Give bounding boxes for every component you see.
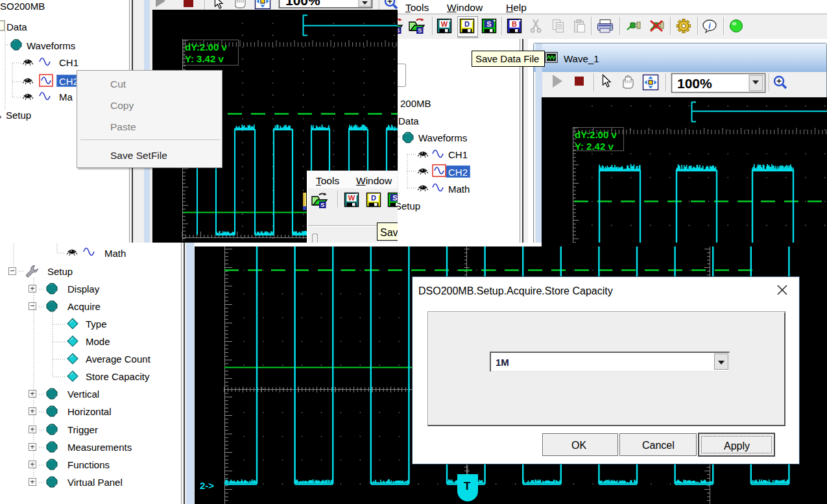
svg-text:T: T: [464, 480, 471, 492]
svg-text:2->: 2->: [200, 480, 214, 491]
svg-text:Y: 2.42 v: Y: 2.42 v: [575, 141, 614, 152]
svg-text:100%: 100%: [677, 76, 712, 91]
svg-text:S: S: [320, 201, 324, 208]
svg-text:W: W: [348, 194, 355, 202]
svg-text:100%: 100%: [285, 0, 320, 8]
svg-text:S: S: [392, 194, 397, 202]
svg-text:D: D: [371, 194, 376, 202]
svg-text:dY:2.00 v: dY:2.00 v: [575, 129, 617, 140]
svg-text:dY:2.00 v: dY:2.00 v: [185, 42, 227, 53]
svg-text:Y: 3.42 v: Y: 3.42 v: [185, 53, 224, 64]
